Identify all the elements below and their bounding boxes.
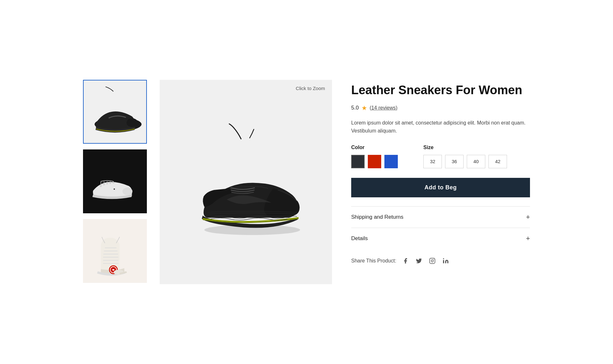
product-description: Lorem ipsum dolor sit amet, consectetur … xyxy=(351,119,530,135)
color-swatch-red[interactable] xyxy=(368,155,381,168)
color-swatches xyxy=(351,155,398,168)
facebook-icon[interactable] xyxy=(401,257,410,265)
size-btn-36[interactable]: 36 xyxy=(445,155,464,168)
options-row: Color Size 32 36 40 42 xyxy=(351,145,530,168)
size-option-group: Size 32 36 40 42 xyxy=(423,145,507,168)
size-btn-40[interactable]: 40 xyxy=(467,155,485,168)
thumbnail-list: ● ❤ xyxy=(83,80,147,283)
zoom-hint: Click to Zoom xyxy=(296,86,325,91)
svg-point-20 xyxy=(443,258,444,259)
thumbnail-1[interactable] xyxy=(83,80,147,144)
linkedin-icon[interactable] xyxy=(442,257,450,265)
size-buttons: 32 36 40 42 xyxy=(423,155,507,168)
share-row: Share This Product: xyxy=(351,257,530,265)
rating-score: 5.0 xyxy=(351,105,359,111)
main-image-container[interactable]: Click to Zoom xyxy=(160,80,332,284)
svg-point-2 xyxy=(126,118,138,127)
thumbnail-2[interactable]: ● xyxy=(83,149,147,213)
color-swatch-blue[interactable] xyxy=(384,155,398,168)
thumbnail-3[interactable]: ❤ xyxy=(83,219,147,283)
color-label: Color xyxy=(351,145,398,150)
shipping-returns-expand-icon: + xyxy=(526,213,530,221)
twitter-icon[interactable] xyxy=(415,257,423,265)
shipping-returns-label: Shipping and Returns xyxy=(351,214,404,220)
svg-point-16 xyxy=(204,225,300,235)
reviews-link[interactable]: (14 reviews) xyxy=(370,105,397,111)
color-swatch-dark[interactable] xyxy=(351,155,365,168)
color-option-group: Color xyxy=(351,145,398,168)
shipping-returns-accordion[interactable]: Shipping and Returns + xyxy=(351,206,530,228)
size-btn-32[interactable]: 32 xyxy=(423,155,442,168)
rating-row: 5.0 ★ (14 reviews) xyxy=(351,104,530,112)
svg-point-19 xyxy=(434,259,434,260)
instagram-icon[interactable] xyxy=(428,257,436,265)
svg-text:●: ● xyxy=(113,187,115,191)
svg-point-15 xyxy=(114,270,124,275)
svg-rect-17 xyxy=(430,258,435,263)
product-info: Leather Sneakers For Women 5.0 ★ (14 rev… xyxy=(345,80,530,265)
star-icon: ★ xyxy=(361,104,367,112)
size-btn-42[interactable]: 42 xyxy=(488,155,507,168)
svg-rect-3 xyxy=(84,150,146,213)
add-to-bag-button[interactable]: Add to Beg xyxy=(351,178,530,197)
details-expand-icon: + xyxy=(526,234,530,243)
share-label: Share This Product: xyxy=(351,258,396,264)
details-label: Details xyxy=(351,235,368,242)
details-accordion[interactable]: Details + xyxy=(351,228,530,249)
product-title: Leather Sneakers For Women xyxy=(351,83,530,98)
svg-point-18 xyxy=(431,260,434,262)
product-layout: ● ❤ xyxy=(83,80,530,284)
page-wrapper: ● ❤ xyxy=(0,0,613,364)
main-shoe-visual xyxy=(179,115,313,249)
size-label: Size xyxy=(423,145,507,150)
svg-point-4 xyxy=(123,188,132,195)
